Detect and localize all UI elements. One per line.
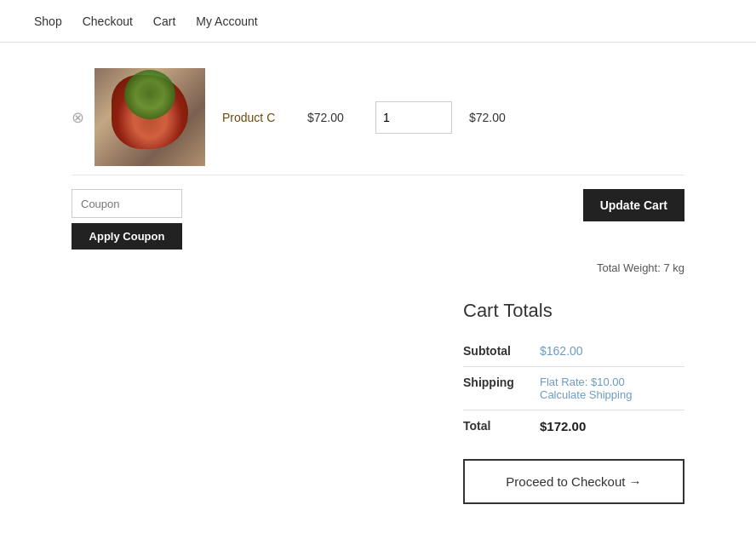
cart-totals-wrapper: Cart Totals Subtotal $162.00 Shipping Fl…: [72, 300, 684, 504]
table-row: ⊗ Product C $72.00 $72.00: [72, 60, 684, 175]
main-content: ⊗ Product C $72.00 $72.00 Apply Coupon U…: [37, 43, 719, 545]
nav-checkout[interactable]: Checkout: [83, 14, 133, 28]
checkout-btn-wrapper: Proceed to Checkout →: [463, 459, 684, 504]
total-row: Total $172.00: [463, 410, 684, 443]
shipping-label: Shipping: [463, 367, 540, 410]
subtotal-value: $162.00: [540, 336, 684, 367]
cart-totals-heading: Cart Totals: [463, 300, 684, 322]
subtotal-label: Subtotal: [463, 336, 540, 367]
shipping-row: Shipping Flat Rate: $10.00 Calculate Shi…: [463, 367, 684, 410]
shipping-value: Flat Rate: $10.00 Calculate Shipping: [540, 367, 684, 410]
cart-table: ⊗ Product C $72.00 $72.00: [72, 60, 684, 175]
product-link[interactable]: Product C: [222, 111, 290, 124]
subtotal-row: Subtotal $162.00: [463, 336, 684, 367]
unit-price: $72.00: [307, 111, 358, 124]
cart-totals: Cart Totals Subtotal $162.00 Shipping Fl…: [463, 300, 684, 504]
total-value: $172.00: [540, 410, 684, 443]
line-total: $72.00: [469, 111, 520, 124]
coupon-row: Apply Coupon Update Cart: [72, 189, 684, 250]
coupon-section: Apply Coupon: [72, 189, 182, 250]
total-label: Total: [463, 410, 540, 443]
product-image: [94, 68, 205, 166]
main-nav: Shop Checkout Cart My Account: [0, 0, 756, 43]
totals-table: Subtotal $162.00 Shipping Flat Rate: $10…: [463, 336, 684, 442]
calculate-shipping-link[interactable]: Calculate Shipping: [540, 388, 684, 401]
coupon-input[interactable]: [72, 189, 182, 218]
nav-shop[interactable]: Shop: [34, 14, 62, 28]
remove-item-button[interactable]: ⊗: [72, 110, 84, 125]
total-weight: Total Weight: 7 kg: [72, 261, 684, 274]
nav-my-account[interactable]: My Account: [196, 14, 257, 28]
update-cart-button[interactable]: Update Cart: [583, 189, 684, 221]
nav-cart[interactable]: Cart: [153, 14, 175, 28]
quantity-input[interactable]: [375, 101, 452, 134]
proceed-to-checkout-button[interactable]: Proceed to Checkout →: [463, 459, 684, 504]
apply-coupon-button[interactable]: Apply Coupon: [72, 223, 182, 250]
